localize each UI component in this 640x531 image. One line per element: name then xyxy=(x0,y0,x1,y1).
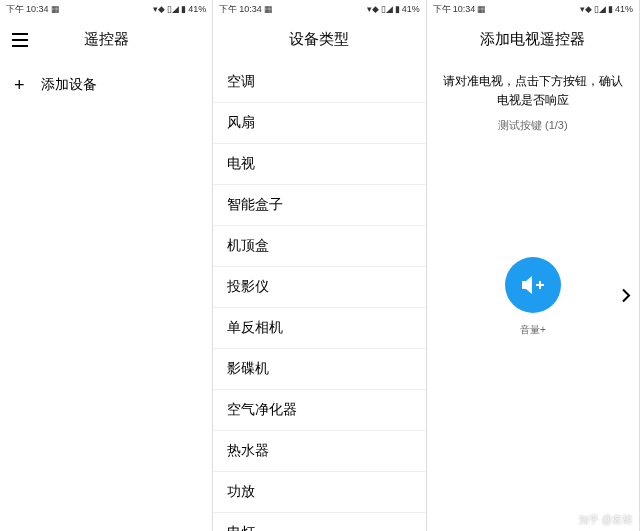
time: 10:34 xyxy=(453,4,476,14)
battery-pct: 41% xyxy=(188,4,206,14)
time-prefix: 下午 xyxy=(433,3,451,16)
battery-icon: ▮ xyxy=(608,4,613,14)
list-item[interactable]: 机顶盒 xyxy=(213,226,425,267)
status-bar: 下午10:34 ▦ ▾◆ ▯◢ ▮ 41% xyxy=(213,0,425,18)
battery-pct: 41% xyxy=(402,4,420,14)
app-header: 遥控器 xyxy=(0,18,212,62)
battery-pct: 41% xyxy=(615,4,633,14)
volume-button-wrap: 音量+ xyxy=(505,257,561,337)
list-item[interactable]: 电灯 xyxy=(213,513,425,531)
test-counter: 测试按键 (1/3) xyxy=(498,118,568,133)
list-item[interactable]: 投影仪 xyxy=(213,267,425,308)
menu-icon[interactable] xyxy=(12,30,32,50)
time: 10:34 xyxy=(26,4,49,14)
signal-icon: ▯◢ xyxy=(594,4,606,14)
status-icon: ▦ xyxy=(477,4,486,14)
time: 10:34 xyxy=(239,4,262,14)
list-item[interactable]: 热水器 xyxy=(213,431,425,472)
list-item[interactable]: 影碟机 xyxy=(213,349,425,390)
status-icon: ▦ xyxy=(51,4,60,14)
status-icon: ▦ xyxy=(264,4,273,14)
volume-up-button[interactable] xyxy=(505,257,561,313)
wifi-icon: ▾◆ xyxy=(153,4,165,14)
battery-icon: ▮ xyxy=(181,4,186,14)
wifi-icon: ▾◆ xyxy=(367,4,379,14)
app-header: 设备类型 xyxy=(213,18,425,62)
screen-remote-home: 下午10:34 ▦ ▾◆ ▯◢ ▮ 41% 遥控器 + 添加设备 xyxy=(0,0,213,531)
device-type-list: 空调 风扇 电视 智能盒子 机顶盒 投影仪 单反相机 影碟机 空气净化器 热水器… xyxy=(213,62,425,531)
add-device-row[interactable]: + 添加设备 xyxy=(0,62,212,108)
page-title: 设备类型 xyxy=(213,30,425,49)
watermark: 知乎 @老胡 xyxy=(579,513,632,527)
list-item[interactable]: 电视 xyxy=(213,144,425,185)
battery-icon: ▮ xyxy=(395,4,400,14)
screen-add-tv-remote: 下午10:34 ▦ ▾◆ ▯◢ ▮ 41% 添加电视遥控器 请对准电视，点击下方… xyxy=(427,0,640,531)
status-bar: 下午10:34 ▦ ▾◆ ▯◢ ▮ 41% xyxy=(0,0,212,18)
signal-icon: ▯◢ xyxy=(381,4,393,14)
list-item[interactable]: 风扇 xyxy=(213,103,425,144)
time-prefix: 下午 xyxy=(6,3,24,16)
list-item[interactable]: 空调 xyxy=(213,62,425,103)
instruction-text: 请对准电视，点击下方按钮，确认电视是否响应 xyxy=(441,72,625,110)
page-title: 添加电视遥控器 xyxy=(427,30,639,49)
signal-icon: ▯◢ xyxy=(167,4,179,14)
list-item[interactable]: 空气净化器 xyxy=(213,390,425,431)
chevron-right-icon[interactable] xyxy=(621,285,631,308)
app-header: 添加电视遥控器 xyxy=(427,18,639,62)
volume-plus-icon xyxy=(518,270,548,300)
status-bar: 下午10:34 ▦ ▾◆ ▯◢ ▮ 41% xyxy=(427,0,639,18)
time-prefix: 下午 xyxy=(219,3,237,16)
wifi-icon: ▾◆ xyxy=(580,4,592,14)
list-item[interactable]: 智能盒子 xyxy=(213,185,425,226)
list-item[interactable]: 单反相机 xyxy=(213,308,425,349)
list-item[interactable]: 功放 xyxy=(213,472,425,513)
volume-label: 音量+ xyxy=(520,323,546,337)
add-device-label: 添加设备 xyxy=(41,76,97,94)
plus-icon: + xyxy=(14,76,25,94)
test-remote-body: 请对准电视，点击下方按钮，确认电视是否响应 测试按键 (1/3) 音量+ xyxy=(427,62,639,531)
screen-device-type: 下午10:34 ▦ ▾◆ ▯◢ ▮ 41% 设备类型 空调 风扇 电视 智能盒子… xyxy=(213,0,426,531)
